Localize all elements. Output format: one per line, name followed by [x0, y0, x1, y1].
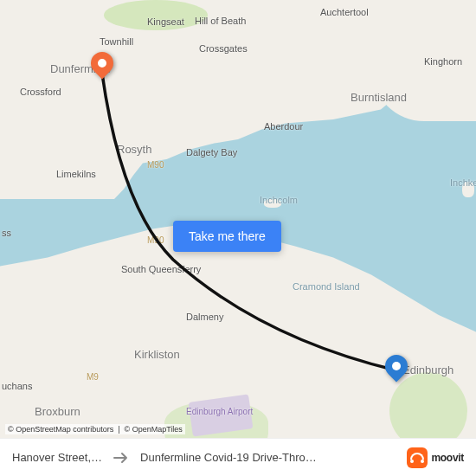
moovit-logo[interactable]: moovit [407, 447, 464, 468]
label-townhill: Townhill [100, 36, 133, 47]
route-destination-label: Dunfermline Covid-19 Drive-Thro… [140, 451, 365, 464]
label-dalmeny: Dalmeny [186, 312, 223, 322]
take-me-there-button[interactable]: Take me there [173, 221, 281, 252]
label-hillofbeath: Hill of Beath [195, 16, 246, 26]
label-crossford: Crossford [20, 87, 61, 97]
road-m90b: M90 [147, 235, 164, 245]
label-kirkliston: Kirkliston [134, 348, 180, 361]
label-crossgates: Crossgates [199, 43, 248, 54]
label-rosyth: Rosyth [117, 143, 151, 156]
label-auchtertool: Auchtertool [320, 7, 369, 17]
label-inchcolm: Inchcolm [260, 195, 298, 205]
attrib-omt: © OpenMapTiles [125, 425, 183, 434]
map-attribution: © OpenStreetMap contributors | © OpenMap… [5, 424, 185, 434]
route-summary-bar: Hanover Street,… Dunfermline Covid-19 Dr… [0, 438, 476, 476]
label-uchans: uchans [2, 381, 32, 391]
label-limekilns: Limekilns [56, 169, 96, 179]
road-m90: M90 [147, 160, 164, 170]
label-broxburn: Broxburn [35, 405, 80, 418]
route-origin-label: Hanover Street,… [12, 451, 102, 464]
label-cramond: Cramond Island [293, 281, 360, 292]
label-kinghorn: Kinghorn [424, 56, 462, 67]
label-inchkeith: Inchkeith [450, 177, 476, 188]
arrow-right-icon [113, 449, 130, 466]
road-m9: M9 [87, 372, 99, 382]
label-aberdour: Aberdour [264, 121, 303, 132]
label-airport: Edinburgh Airport [186, 407, 253, 416]
moovit-logo-text: moovit [431, 452, 464, 464]
attrib-osm: © OpenStreetMap contributors [8, 425, 113, 434]
moovit-logo-icon [407, 447, 428, 468]
label-edinburgh: Edinburgh [402, 363, 453, 376]
label-dalgetybay: Dalgety Bay [186, 147, 237, 158]
map-viewport[interactable]: Dunfermline Townhill Kingseat Hill of Be… [0, 0, 476, 476]
label-squeensferry: South Queensferry [121, 264, 201, 274]
label-kingseat: Kingseat [147, 16, 184, 27]
label-burntisland: Burntisland [351, 91, 407, 104]
label-ss: ss [2, 228, 11, 238]
